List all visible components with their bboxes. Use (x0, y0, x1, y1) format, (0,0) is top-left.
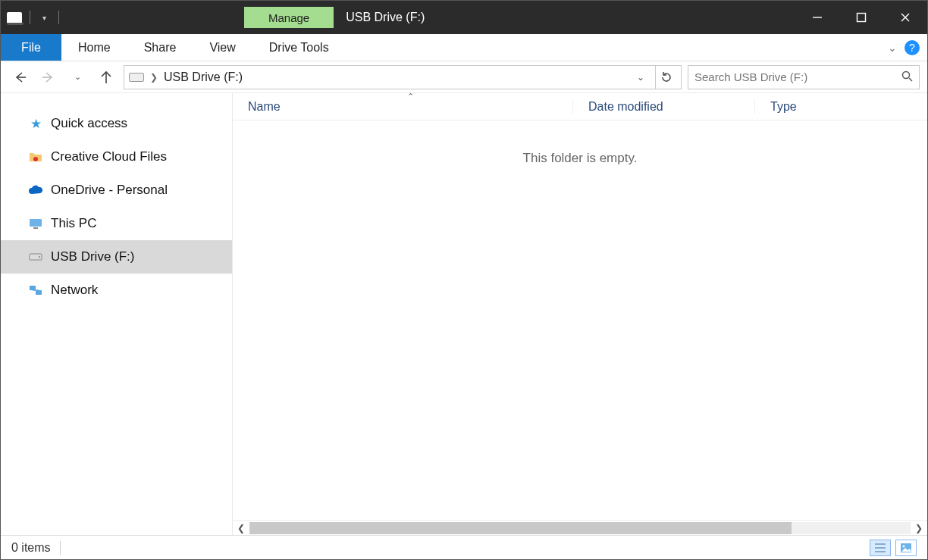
folder-cc-icon (28, 149, 43, 164)
forward-button[interactable] (37, 66, 60, 89)
up-button[interactable] (95, 66, 118, 89)
svg-point-7 (903, 71, 910, 78)
svg-rect-10 (30, 219, 42, 227)
sidebar-item-creative-cloud[interactable]: Creative Cloud Files (1, 140, 232, 174)
close-button[interactable] (883, 1, 927, 34)
file-list-area[interactable] (233, 166, 927, 520)
separator (60, 541, 61, 555)
refresh-button[interactable] (655, 66, 676, 89)
svg-rect-1 (857, 14, 866, 22)
title-bar: ▾ Manage USB Drive (F:) (1, 1, 927, 34)
svg-rect-14 (30, 286, 36, 290)
sidebar-item-label: Creative Cloud Files (51, 149, 167, 164)
back-button[interactable] (8, 66, 31, 89)
network-icon (28, 283, 43, 298)
tab-view[interactable]: View (193, 34, 252, 61)
tab-share[interactable]: Share (127, 34, 193, 61)
ribbon-right: ⌄ ? (888, 34, 927, 61)
sidebar-item-label: USB Drive (F:) (51, 249, 135, 264)
ribbon-tabs: File Home Share View Drive Tools ⌄ ? (1, 34, 927, 61)
recent-locations-dropdown[interactable]: ⌄ (66, 66, 89, 89)
status-bar: 0 items (1, 535, 927, 559)
scroll-track[interactable] (249, 522, 911, 534)
sidebar-item-label: Network (51, 283, 98, 298)
separator (58, 11, 59, 24)
minimize-button[interactable] (795, 1, 839, 34)
sidebar-item-this-pc[interactable]: This PC (1, 207, 232, 240)
explorer-window: ▾ Manage USB Drive (F:) File Home Share … (0, 0, 928, 560)
sidebar-item-network[interactable]: Network (1, 274, 232, 307)
search-input[interactable] (694, 70, 901, 83)
navigation-bar: ⌄ ❯ USB Drive (F:) ⌄ (1, 61, 927, 93)
empty-folder-message: This folder is empty. (233, 120, 927, 166)
contextual-tab-header: Manage (244, 1, 334, 34)
sidebar-item-usb-drive[interactable]: USB Drive (F:) (1, 240, 232, 274)
svg-point-9 (33, 157, 38, 161)
ribbon-expand-icon[interactable]: ⌄ (888, 42, 897, 54)
thumbnails-view-button[interactable] (895, 540, 917, 556)
separator (30, 11, 30, 24)
svg-line-8 (909, 78, 912, 81)
svg-rect-11 (33, 227, 38, 229)
drive-icon (7, 10, 22, 25)
sort-indicator-icon: ⌃ (407, 92, 414, 102)
star-icon: ★ (28, 116, 43, 131)
column-headers: ⌃ Name Date modified Type (233, 93, 927, 120)
navigation-pane: ★ Quick access Creative Cloud Files OneD… (1, 93, 233, 535)
contextual-label: Manage (244, 7, 334, 28)
address-dropdown-icon[interactable]: ⌄ (637, 72, 644, 83)
scroll-thumb[interactable] (249, 522, 792, 534)
cloud-icon (28, 183, 43, 198)
qat-dropdown[interactable]: ▾ (38, 14, 51, 22)
sidebar-item-label: OneDrive - Personal (51, 183, 168, 198)
quick-access-toolbar: ▾ (1, 1, 62, 34)
svg-point-21 (903, 545, 905, 547)
tab-home[interactable]: Home (61, 34, 127, 61)
details-view-button[interactable] (870, 540, 891, 556)
content-pane: ⌃ Name Date modified Type This folder is… (233, 93, 927, 535)
chevron-right-icon[interactable]: ❯ (150, 72, 158, 83)
address-bar[interactable]: ❯ USB Drive (F:) ⌄ (124, 65, 682, 89)
column-header-date[interactable]: Date modified (572, 100, 754, 114)
search-box[interactable] (688, 65, 920, 89)
pc-icon (28, 216, 43, 231)
search-icon[interactable] (901, 70, 913, 85)
scroll-right-icon[interactable]: ❯ (911, 523, 927, 533)
item-count: 0 items (11, 541, 51, 555)
sidebar-item-quick-access[interactable]: ★ Quick access (1, 107, 232, 140)
horizontal-scrollbar[interactable]: ❮ ❯ (233, 520, 927, 535)
scroll-left-icon[interactable]: ❮ (233, 523, 249, 533)
tab-drive-tools[interactable]: Drive Tools (252, 34, 346, 61)
drive-icon (28, 249, 43, 264)
drive-icon (129, 73, 144, 82)
svg-point-13 (39, 256, 40, 258)
window-controls (795, 1, 927, 34)
file-tab[interactable]: File (1, 34, 61, 61)
column-header-name[interactable]: Name (233, 100, 572, 114)
view-switcher (870, 540, 917, 556)
maximize-button[interactable] (839, 1, 883, 34)
sidebar-item-onedrive[interactable]: OneDrive - Personal (1, 174, 232, 207)
help-icon[interactable]: ? (904, 40, 920, 55)
body: ★ Quick access Creative Cloud Files OneD… (1, 93, 927, 535)
breadcrumb[interactable]: USB Drive (F:) (164, 70, 243, 84)
window-title: USB Drive (F:) (334, 1, 425, 34)
svg-rect-15 (36, 290, 42, 295)
sidebar-item-label: Quick access (51, 116, 127, 131)
column-header-type[interactable]: Type (754, 100, 927, 114)
sidebar-item-label: This PC (51, 216, 96, 231)
